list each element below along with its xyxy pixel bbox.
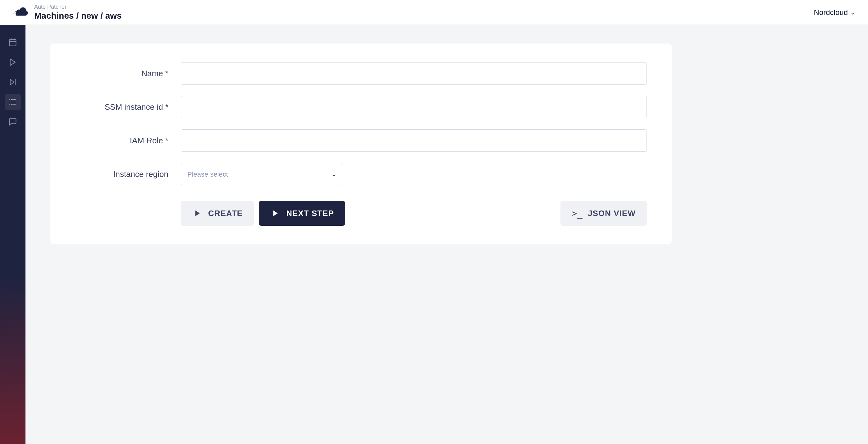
svg-marker-4 [10, 59, 15, 66]
create-label: CREATE [208, 209, 243, 218]
sidebar-item-skip-forward[interactable] [5, 74, 21, 90]
svg-marker-14 [273, 210, 278, 216]
header-title-group: Auto Patcher Machines / new / aws [34, 4, 122, 21]
svg-marker-13 [195, 210, 200, 216]
header-left: Auto Patcher Machines / new / aws [12, 4, 122, 21]
buttons-row: CREATE NEXT STEP >_ JSON VIEW [75, 201, 647, 226]
instance-region-label: Instance region [75, 170, 181, 179]
ssm-input[interactable] [181, 96, 647, 118]
layout: Name * SSM instance id * IAM Role * Inst… [0, 25, 868, 444]
create-button[interactable]: CREATE [181, 201, 254, 226]
org-selector[interactable]: Nordcloud ⌄ [814, 8, 856, 17]
instance-region-select-wrapper: Please select us-east-1 us-west-2 eu-wes… [181, 163, 342, 185]
iam-row: IAM Role * [75, 129, 647, 152]
next-step-button[interactable]: NEXT STEP [259, 201, 345, 226]
sidebar-item-calendar[interactable] [5, 34, 21, 50]
svg-rect-0 [10, 39, 16, 46]
name-label: Name * [75, 69, 181, 78]
create-arrow-icon [192, 208, 203, 219]
header: Auto Patcher Machines / new / aws Nordcl… [0, 0, 868, 25]
chevron-down-icon: ⌄ [850, 9, 856, 16]
sidebar-item-list[interactable] [5, 94, 21, 110]
app-name: Auto Patcher [34, 4, 122, 10]
org-name: Nordcloud [814, 8, 848, 17]
sidebar-item-chat[interactable] [5, 114, 21, 130]
name-input[interactable] [181, 62, 647, 85]
ssm-row: SSM instance id * [75, 96, 647, 118]
next-step-label: NEXT STEP [286, 209, 334, 218]
instance-region-row: Instance region Please select us-east-1 … [75, 163, 647, 185]
json-view-button[interactable]: >_ JSON VIEW [560, 201, 647, 226]
iam-input[interactable] [181, 129, 647, 152]
iam-label: IAM Role * [75, 136, 181, 146]
logo-icon [12, 4, 29, 21]
instance-region-select[interactable]: Please select us-east-1 us-west-2 eu-wes… [181, 163, 342, 185]
svg-marker-5 [10, 79, 14, 85]
next-step-arrow-icon [270, 208, 281, 219]
sidebar [0, 25, 26, 444]
json-view-label: JSON VIEW [588, 209, 636, 218]
form-card: Name * SSM instance id * IAM Role * Inst… [50, 43, 672, 244]
breadcrumb: Machines / new / aws [34, 10, 122, 21]
main-content: Name * SSM instance id * IAM Role * Inst… [26, 25, 868, 444]
ssm-label: SSM instance id * [75, 102, 181, 112]
sidebar-item-play[interactable] [5, 54, 21, 70]
name-row: Name * [75, 62, 647, 85]
json-view-icon: >_ [571, 208, 583, 218]
